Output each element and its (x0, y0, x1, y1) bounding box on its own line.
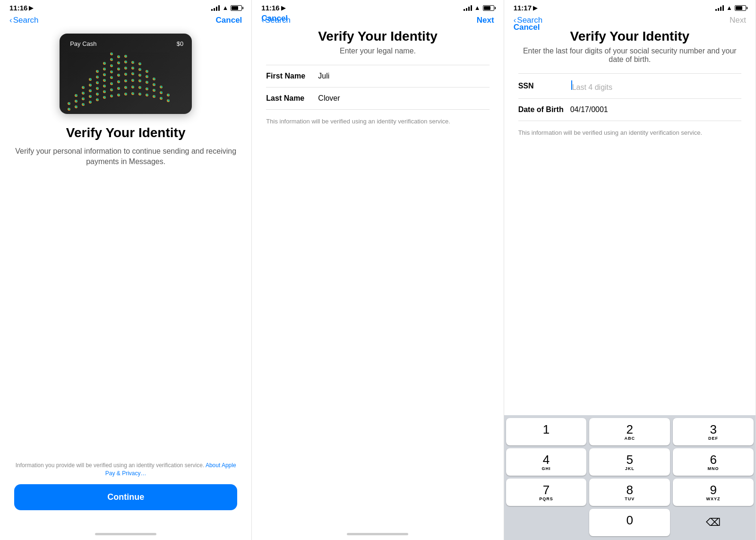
location-icon-2: ▶ (281, 5, 285, 11)
keypad-row-2: 4 GHI 5 JKL 6 MNO (506, 448, 754, 476)
dob-row: Date of Birth 04/17/0001 (518, 99, 741, 121)
wifi-icon-1: ▲ (222, 4, 228, 11)
numeric-keypad: 1 2 ABC 3 DEF 4 GHI 5 JKL 6 MN (504, 415, 756, 540)
svg-point-32 (89, 89, 92, 92)
continue-button[interactable]: Continue (14, 484, 237, 510)
svg-point-5 (103, 96, 106, 99)
key-6[interactable]: 6 MNO (673, 448, 754, 476)
key-empty (506, 509, 587, 536)
key-7-number: 7 (543, 484, 550, 496)
keypad-row-1: 1 2 ABC 3 DEF (506, 418, 754, 445)
key-8[interactable]: 8 TUV (589, 479, 670, 506)
svg-point-14 (167, 99, 170, 102)
svg-point-4 (96, 98, 99, 101)
svg-point-9 (131, 92, 134, 95)
svg-point-64 (103, 68, 106, 70)
key-2[interactable]: 2 ABC (589, 418, 670, 445)
svg-point-10 (138, 93, 141, 96)
key-5-letters: JKL (625, 466, 635, 471)
key-6-number: 6 (710, 453, 716, 466)
home-indicator-2 (347, 533, 408, 535)
card-balance: $0 (177, 40, 183, 47)
card-brand: Pay Cash (68, 40, 96, 47)
screen2: 11:16 ▶ ▲ ‹ Search Next Cancel Verify Yo… (252, 0, 504, 540)
svg-point-57 (110, 70, 113, 73)
screen2-content: Verify Your Identity Enter your legal na… (252, 29, 503, 529)
svg-point-46 (103, 79, 106, 82)
form-note-3: This information will be verified using … (518, 129, 741, 137)
cancel-button-1[interactable]: Cancel (216, 16, 242, 25)
svg-point-67 (124, 61, 127, 63)
svg-point-6 (110, 95, 113, 97)
key-0[interactable]: 0 (589, 509, 670, 536)
dob-value[interactable]: 04/17/0001 (570, 105, 608, 114)
svg-point-8 (124, 93, 127, 96)
back-label-1: Search (13, 16, 39, 25)
svg-point-36 (117, 80, 120, 83)
svg-point-55 (96, 76, 99, 78)
key-2-number: 2 (627, 423, 633, 435)
svg-point-70 (103, 62, 106, 65)
key-3[interactable]: 3 DEF (673, 418, 754, 445)
wifi-icon-2: ▲ (474, 4, 481, 11)
battery-icon-1 (231, 5, 242, 11)
key-4[interactable]: 4 GHI (506, 448, 587, 476)
cancel-button-3[interactable]: Cancel (514, 23, 540, 32)
svg-point-33 (96, 87, 99, 90)
keypad-row-4: 0 ⌫ (506, 509, 754, 536)
next-button-2[interactable]: Next (477, 16, 494, 25)
nav-bar-3: ‹ Search Next (504, 14, 756, 29)
signal-bars-2 (464, 5, 472, 11)
svg-point-20 (103, 90, 106, 93)
ssn-placeholder[interactable]: Last 4 digits (570, 80, 612, 92)
svg-point-69 (138, 62, 141, 65)
svg-point-15 (68, 102, 70, 105)
first-name-label: First Name (266, 72, 318, 80)
svg-point-48 (117, 74, 120, 77)
key-delete[interactable]: ⌫ (673, 509, 754, 536)
svg-point-31 (82, 92, 85, 95)
key-2-letters: ABC (625, 436, 636, 441)
privacy-text: Information you provide will be verified… (14, 462, 237, 478)
key-5[interactable]: 5 JKL (589, 448, 670, 476)
screen1-title: Verify Your Identity (66, 125, 186, 140)
key-9[interactable]: 9 WXYZ (673, 479, 754, 506)
first-name-row: First Name Juli (266, 65, 489, 87)
next-button-3: Next (730, 16, 746, 25)
svg-point-66 (117, 61, 120, 64)
card-brand-text: Pay Cash (70, 40, 96, 47)
key-1-number: 1 (543, 423, 550, 435)
key-9-number: 9 (710, 484, 716, 496)
svg-point-73 (124, 55, 127, 58)
svg-point-16 (75, 100, 77, 103)
ssn-label: SSN (518, 82, 570, 90)
key-9-letters: WXYZ (706, 496, 721, 501)
back-arrow-icon-1: ‹ (9, 16, 12, 25)
last-name-value[interactable]: Clover (318, 94, 340, 103)
svg-point-11 (146, 94, 148, 96)
home-indicator-1 (95, 533, 156, 535)
svg-point-25 (138, 86, 141, 89)
svg-point-62 (146, 70, 148, 73)
svg-point-52 (146, 75, 148, 78)
svg-point-38 (131, 79, 134, 82)
key-1[interactable]: 1 (506, 418, 587, 445)
svg-point-35 (110, 82, 113, 85)
svg-point-56 (103, 73, 106, 76)
nav-bar-2: ‹ Search Next Cancel (252, 14, 503, 29)
wifi-icon-3: ▲ (726, 4, 732, 11)
status-icons-3: ▲ (715, 4, 746, 11)
key-7[interactable]: 7 PQRS (506, 479, 587, 506)
svg-point-12 (153, 95, 155, 98)
back-button-1[interactable]: ‹ Search (9, 16, 39, 25)
key-4-letters: GHI (542, 466, 551, 471)
first-name-value[interactable]: Juli (318, 72, 329, 80)
apple-pay-card: Pay Cash $0 (60, 34, 192, 114)
svg-point-63 (96, 70, 99, 73)
last-name-label: Last Name (266, 94, 318, 103)
key-0-number: 0 (627, 514, 633, 526)
svg-point-24 (131, 86, 134, 88)
svg-point-26 (146, 87, 148, 90)
cancel-button-2[interactable]: Cancel (261, 14, 288, 23)
svg-point-39 (138, 79, 141, 82)
